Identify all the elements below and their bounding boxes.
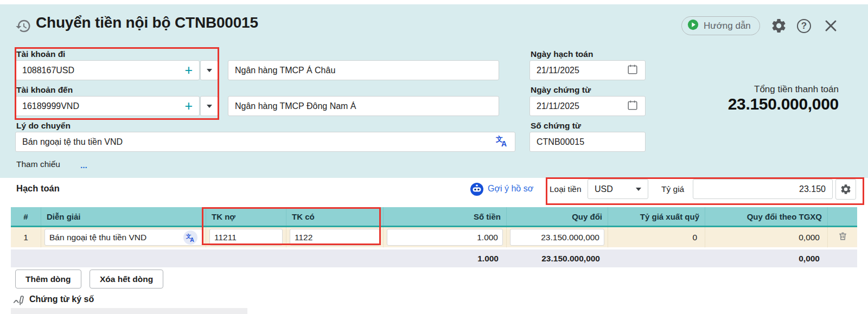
row-amount-cell: 1.000 xyxy=(383,227,506,247)
bank-to-field[interactable]: Ngân hàng TMCP Đông Nam Á xyxy=(228,96,499,116)
row-debit-cell: 11211 xyxy=(206,227,286,247)
amount-input[interactable]: 1.000 xyxy=(387,229,503,246)
table-header-row: # Diễn giải TK nợ TK có Số tiền Quy đổi … xyxy=(11,207,857,227)
table-totals-row: 1.000 23.150.000,000 0,000 xyxy=(11,249,857,267)
document-no-label: Số chứng từ xyxy=(531,121,581,131)
row-credit-cell: 1122 xyxy=(286,227,383,247)
col-index: # xyxy=(11,207,41,226)
currency-select[interactable]: USD xyxy=(588,179,648,199)
document-date-value: 21/11/2025 xyxy=(537,101,627,111)
cash-out-rate-value: 0 xyxy=(608,227,705,247)
calendar-icon[interactable] xyxy=(627,63,639,78)
settings-icon[interactable] xyxy=(770,17,787,34)
close-icon[interactable] xyxy=(823,18,839,34)
signature-placeholder-bar xyxy=(11,308,247,314)
debit-account-input[interactable]: 11211 xyxy=(209,229,283,246)
chevron-down-icon xyxy=(636,188,641,191)
digital-signature-title: Chứng từ ký số xyxy=(29,294,94,304)
posting-date-input[interactable]: 21/11/2025 xyxy=(529,60,646,80)
delete-row-icon[interactable] xyxy=(838,231,848,243)
converted-input[interactable]: 23.150.000,000 xyxy=(510,229,604,246)
svg-text:A: A xyxy=(501,139,507,148)
col-amount: Số tiền xyxy=(383,207,506,226)
account-to-input[interactable]: 16189999VND + xyxy=(15,96,200,116)
converted-tgxq-value: 0,000 xyxy=(705,227,827,247)
row-converted-cell: 23.150.000,000 xyxy=(506,227,608,247)
document-no-value: CTNB00015 xyxy=(537,137,639,147)
translate-icon[interactable]: 文A xyxy=(495,134,508,150)
reference-label: Tham chiếu xyxy=(16,159,60,169)
total-converted: 23.150.000,000 xyxy=(506,249,608,267)
row-description-cell: Bán ngoại tệ thu tiền VND 文A xyxy=(41,227,206,247)
exchange-rate-label: Tỷ giá xyxy=(661,184,684,194)
bank-to-value: Ngân hàng TMCP Đông Nam Á xyxy=(235,101,492,111)
account-to-label: Tài khoản đến xyxy=(16,85,73,95)
exchange-rate-value: 23.150 xyxy=(799,184,826,194)
exchange-rate-input[interactable]: 23.150 xyxy=(693,179,833,199)
robot-icon xyxy=(470,182,484,198)
add-row-button[interactable]: Thêm dòng xyxy=(15,270,81,289)
reason-value: Bán ngoại tệ thu tiền VND xyxy=(22,137,495,147)
total-converted-tgxq: 0,000 xyxy=(705,249,827,267)
play-icon xyxy=(687,19,699,33)
svg-text:A: A xyxy=(190,236,194,242)
account-from-dropdown[interactable] xyxy=(200,60,218,80)
add-account-icon[interactable]: + xyxy=(184,99,193,113)
total-payment-value: 23.150.000,000 xyxy=(622,95,839,113)
internal-transfer-window: Chuyển tiền nội bộ CTNB00015 Hướng dẫn ?… xyxy=(0,0,868,314)
description-value: Bán ngoại tệ thu tiền VND xyxy=(49,233,183,242)
signature-pen-icon xyxy=(12,294,25,309)
exchange-rate-settings-button[interactable] xyxy=(835,179,856,200)
reason-input[interactable]: Bán ngoại tệ thu tiền VND 文A xyxy=(15,132,515,152)
reference-more-link[interactable]: ... xyxy=(80,161,87,170)
col-converted-tgxq: Quy đổi theo TGXQ xyxy=(705,207,827,226)
bank-from-value: Ngân hàng TMCP Á Châu xyxy=(235,66,492,75)
help-icon[interactable]: ? xyxy=(797,19,811,33)
row-index: 1 xyxy=(11,227,41,247)
translate-icon[interactable]: 文A xyxy=(183,230,197,245)
accounting-section-title: Hạch toán xyxy=(16,183,60,194)
col-debit-account: TK nợ xyxy=(206,207,286,226)
account-to-dropdown[interactable] xyxy=(200,96,218,116)
bank-from-field[interactable]: Ngân hàng TMCP Á Châu xyxy=(228,60,499,80)
chevron-down-icon xyxy=(207,105,212,108)
currency-label: Loại tiền xyxy=(550,184,582,194)
currency-value: USD xyxy=(595,184,636,194)
document-no-input[interactable]: CTNB00015 xyxy=(529,132,646,152)
col-description: Diễn giải xyxy=(41,207,206,226)
account-from-label: Tài khoản đi xyxy=(16,49,65,59)
page-title: Chuyển tiền nội bộ CTNB00015 xyxy=(36,14,258,31)
chevron-down-icon xyxy=(207,69,212,72)
total-amount: 1.000 xyxy=(383,249,506,267)
col-converted: Quy đổi xyxy=(506,207,608,226)
account-from-input[interactable]: 1088167USD + xyxy=(15,60,200,80)
history-icon[interactable] xyxy=(15,18,31,34)
posting-date-label: Ngày hạch toán xyxy=(531,49,593,59)
guide-button[interactable]: Hướng dẫn xyxy=(681,16,760,35)
suggest-documents-link[interactable]: Gợi ý hồ sơ xyxy=(488,184,533,194)
account-to-value: 16189999VND xyxy=(22,101,180,111)
delete-all-rows-button[interactable]: Xóa hết dòng xyxy=(90,270,163,289)
guide-button-label: Hướng dẫn xyxy=(704,21,751,31)
accounting-table: # Diễn giải TK nợ TK có Số tiền Quy đổi … xyxy=(11,207,857,267)
document-date-label: Ngày chứng từ xyxy=(531,85,591,95)
table-row: 1 Bán ngoại tệ thu tiền VND 文A 11211 112… xyxy=(11,227,857,247)
posting-date-value: 21/11/2025 xyxy=(537,66,627,75)
col-credit-account: TK có xyxy=(286,207,383,226)
add-account-icon[interactable]: + xyxy=(184,63,193,77)
row-actions-cell xyxy=(827,227,857,247)
col-actions xyxy=(827,207,857,226)
col-cash-out-rate: Tỷ giá xuất quỹ xyxy=(608,207,705,226)
description-input[interactable]: Bán ngoại tệ thu tiền VND 文A xyxy=(44,229,202,246)
reason-label: Lý do chuyển xyxy=(16,121,71,131)
account-from-value: 1088167USD xyxy=(22,66,180,75)
credit-account-input[interactable]: 1122 xyxy=(290,229,380,246)
total-payment-label: Tổng tiền thanh toán xyxy=(676,84,839,95)
